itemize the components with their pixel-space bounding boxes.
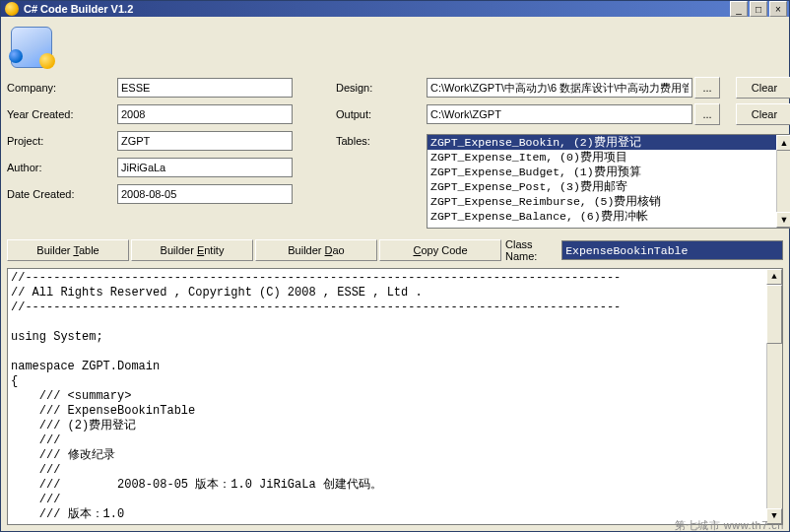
table-list-item[interactable]: ZGPT_Expense_Item, (0)费用项目 (428, 150, 790, 165)
scroll-down-icon[interactable]: ▼ (776, 212, 790, 228)
titlebar: C# Code Builder V1.2 _ □ × (1, 1, 789, 17)
table-list-item[interactable]: ZGPT_Expense_Bookin, (2)费用登记 (428, 135, 790, 150)
builder-dao-button[interactable]: Builder Dao (255, 239, 377, 261)
code-textarea[interactable]: //--------------------------------------… (7, 268, 783, 525)
project-input[interactable] (117, 131, 293, 151)
design-browse-button[interactable]: ... (694, 77, 720, 99)
action-button-row: Builder Table Builder Entity Builder Dao… (7, 238, 783, 262)
minimize-button[interactable]: _ (730, 1, 748, 17)
maximize-button[interactable]: □ (750, 1, 767, 17)
code-scrollbar[interactable]: ▲▼ (766, 269, 782, 524)
form-grid: Company: Design: ... Clear Year Created:… (7, 76, 783, 233)
app-icon (5, 2, 19, 16)
class-name-input[interactable] (561, 240, 783, 260)
company-label: Company: (7, 82, 115, 94)
class-name-label: Class Name: (505, 238, 560, 262)
copy-code-button[interactable]: Copy Code (379, 239, 501, 261)
window-buttons: _ □ × (728, 1, 787, 17)
author-label: Author: (7, 162, 115, 173)
output-label: Output: (336, 108, 425, 120)
client-area: Company: Design: ... Clear Year Created:… (1, 17, 789, 531)
design-input[interactable] (427, 78, 692, 98)
design-label: Design: (336, 82, 425, 94)
design-clear-button[interactable]: Clear (736, 77, 790, 99)
builder-entity-button[interactable]: Builder Entity (131, 239, 253, 261)
company-input[interactable] (117, 78, 293, 98)
app-window: C# Code Builder V1.2 _ □ × Company: Desi… (0, 0, 790, 532)
date-created-label: Date Created: (7, 188, 115, 200)
table-list-item[interactable]: ZGPT_Expense_Budget, (1)费用预算 (428, 165, 790, 179)
output-browse-button[interactable]: ... (694, 103, 720, 125)
scroll-thumb[interactable] (766, 285, 782, 344)
tables-listbox[interactable]: ZGPT_Expense_Bookin, (2)费用登记ZGPT_Expense… (427, 134, 790, 229)
app-large-icon (11, 27, 52, 68)
tables-label: Tables: (336, 135, 425, 147)
output-clear-button[interactable]: Clear (736, 103, 790, 125)
builder-table-button[interactable]: Builder Table (7, 239, 129, 261)
scroll-up-icon[interactable]: ▲ (766, 269, 782, 285)
year-created-label: Year Created: (7, 108, 115, 120)
date-created-input[interactable] (117, 184, 293, 204)
table-list-item[interactable]: ZGPT_Expense_Balance, (6)费用冲帐 (428, 209, 790, 224)
year-created-input[interactable] (117, 104, 293, 124)
table-list-item[interactable]: ZGPT_Expense_Post, (3)费用邮寄 (428, 179, 790, 194)
toolbar-icon-row (7, 23, 783, 72)
listbox-scrollbar[interactable]: ▲ ▼ (776, 135, 790, 228)
output-input[interactable] (427, 104, 692, 124)
project-label: Project: (7, 135, 115, 147)
close-window-button[interactable]: × (769, 1, 787, 17)
author-input[interactable] (117, 158, 293, 177)
window-title: C# Code Builder V1.2 (24, 3, 728, 15)
scroll-up-icon[interactable]: ▲ (776, 135, 790, 151)
scroll-down-icon[interactable]: ▼ (766, 508, 782, 524)
table-list-item[interactable]: ZGPT_Expense_Reimburse, (5)费用核销 (428, 194, 790, 209)
